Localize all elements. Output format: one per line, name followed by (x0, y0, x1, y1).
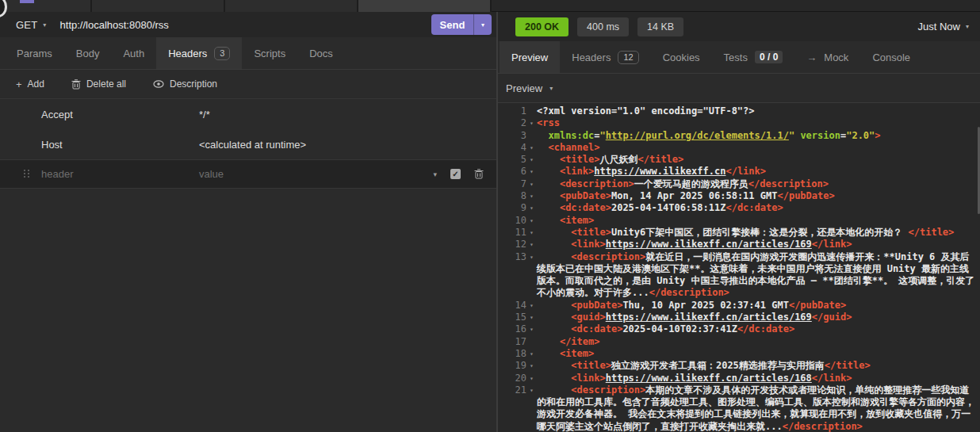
chevron-down-icon: ▾ (966, 23, 969, 30)
app-tab[interactable] (0, 0, 90, 12)
fold-arrow-icon[interactable]: ▾ (526, 154, 537, 166)
enabled-checkbox[interactable]: ✓ (450, 169, 461, 179)
chevron-down-icon: ▾ (549, 85, 553, 92)
fold-spacer (526, 105, 537, 117)
trash-icon[interactable] (474, 169, 484, 179)
tab-scripts[interactable]: Scripts (242, 37, 297, 69)
header-value-input[interactable]: value (198, 168, 433, 180)
fold-arrow-icon[interactable]: ▾ (526, 251, 537, 300)
resp-headers-count-badge: 12 (618, 51, 638, 64)
line-number: 17 (498, 336, 526, 348)
code-text: </item> (537, 336, 980, 348)
tab-mock[interactable]: → Mock (794, 41, 860, 73)
new-header-row: header value ▾ ✓ (0, 159, 496, 189)
app-tab[interactable] (225, 0, 357, 12)
fold-arrow-icon[interactable]: ▾ (526, 239, 537, 250)
code-text: <description>就在近日，一则消息在国内游戏开发圈内迅速传播开来：**… (537, 251, 980, 300)
fold-arrow-icon[interactable]: ▾ (526, 323, 537, 335)
app-tab[interactable] (92, 0, 224, 12)
description-toggle-button[interactable]: Description (153, 78, 217, 90)
response-time-badge: 400 ms (577, 17, 629, 36)
header-name-input[interactable]: header (0, 168, 198, 180)
drag-handle-icon[interactable] (24, 170, 29, 180)
line-number: 14 (498, 300, 526, 312)
tab-headers[interactable]: Headers 3 (156, 37, 242, 69)
fold-arrow-icon[interactable]: ▾ (526, 202, 537, 214)
preview-mode-selector[interactable]: Preview ▾ (506, 82, 553, 94)
fold-arrow-icon[interactable]: ▾ (526, 142, 537, 154)
code-text: <link>https://www.ilikexff.cn/articles/1… (537, 373, 980, 384)
line-number: 13 (498, 251, 526, 300)
code-line: 13▾ <description>就在近日，一则消息在国内游戏开发圈内迅速传播开… (498, 251, 980, 300)
line-number: 15 (498, 312, 526, 323)
plus-icon: + (16, 78, 22, 90)
header-value-cell[interactable]: */* (198, 109, 496, 120)
line-number: 11 (498, 227, 526, 239)
header-name-cell[interactable]: Host (0, 139, 198, 151)
status-code-badge: 200 OK (515, 17, 568, 36)
tab-docs[interactable]: Docs (297, 37, 345, 69)
code-line: 10▾ <item> (498, 215, 980, 227)
fold-arrow-icon[interactable]: ▾ (526, 348, 537, 360)
response-tabs: Preview Headers 12 Cookies Tests 0 / 0 →… (498, 41, 980, 74)
fold-arrow-icon[interactable]: ▾ (526, 360, 537, 372)
code-line: 12▾ <link>https://www.ilikexff.cn/articl… (498, 239, 980, 250)
headers-count-badge: 3 (214, 47, 230, 60)
request-tab-strip (0, 0, 980, 12)
header-name-cell[interactable]: Accept (0, 109, 198, 120)
code-text: <link>https://www.ilikexff.cn/articles/1… (537, 239, 980, 250)
arrow-right-icon: → (806, 52, 817, 63)
code-line: 16▾ <dc:date>2025-04-10T02:37:41Z</dc:da… (498, 323, 980, 335)
delete-all-button[interactable]: Delete all (71, 78, 126, 90)
code-text: <channel> (537, 142, 980, 154)
fold-arrow-icon[interactable]: ▾ (526, 215, 537, 227)
code-text: <rss (537, 117, 980, 129)
app-tab-active[interactable] (358, 0, 490, 12)
preview-toolbar: Preview ▾ (498, 74, 980, 103)
chevron-down-icon: ▾ (43, 21, 46, 29)
response-age-selector[interactable]: Just Now ▾ (918, 21, 969, 32)
line-number: 18 (498, 348, 526, 360)
code-text: xmlns:dc="http://purl.org/dc/elements/1.… (537, 130, 980, 142)
tab-cookies[interactable]: Cookies (651, 41, 712, 73)
fold-arrow-icon[interactable]: ▾ (526, 117, 537, 129)
fold-arrow-icon[interactable]: ▾ (526, 190, 537, 202)
code-text: <title>Unity6下架中国区，团结引擎接棒：这是分裂，还是本地化的开始？… (537, 227, 980, 239)
tab-preview[interactable]: Preview (500, 41, 560, 73)
line-number: 1 (498, 105, 526, 117)
send-button[interactable]: Send ▾ (431, 14, 492, 35)
line-number: 4 (498, 142, 526, 154)
send-options-button[interactable]: ▾ (473, 14, 492, 35)
send-button-label[interactable]: Send (431, 14, 473, 35)
tab-tests[interactable]: Tests 0 / 0 (712, 41, 795, 73)
line-number: 5 (498, 154, 526, 166)
chevron-down-icon[interactable]: ▾ (433, 170, 437, 178)
header-value-cell[interactable]: <calculated at runtime> (198, 139, 496, 151)
fold-arrow-icon[interactable]: ▾ (526, 373, 537, 384)
code-line: 4▾ <channel> (498, 142, 980, 154)
fold-arrow-icon[interactable]: ▾ (526, 312, 537, 323)
add-header-button[interactable]: + Add (16, 78, 44, 90)
tab-resp-headers[interactable]: Headers 12 (560, 41, 650, 73)
app-window: GET ▾ http://localhost:8080/rss Send ▾ P… (0, 0, 980, 432)
line-number: 8 (498, 190, 526, 202)
fold-arrow-icon[interactable]: ▾ (526, 166, 537, 178)
tab-console[interactable]: Console (860, 41, 922, 73)
code-text: <pubDate>Thu, 10 Apr 2025 02:37:41 GMT</… (537, 300, 980, 312)
fold-arrow-icon[interactable]: ▾ (526, 384, 537, 432)
code-text: <guid>https://www.ilikexff.cn/articles/1… (537, 312, 980, 323)
code-line: 21▾ <description>本期的文章不涉及具体的开发技术或者理论知识，单… (498, 384, 980, 432)
fold-arrow-icon[interactable]: ▾ (526, 300, 537, 312)
line-number: 10 (498, 215, 526, 227)
tab-body[interactable]: Body (64, 37, 112, 69)
headers-table: Accept */* Host <calculated at runtime> … (0, 98, 496, 189)
fold-arrow-icon[interactable]: ▾ (526, 178, 537, 190)
tab-params[interactable]: Params (5, 37, 64, 69)
response-size-badge: 14 KB (637, 17, 683, 36)
code-text: <?xml version="1.0" encoding="UTF-8"?> (537, 105, 980, 117)
code-line: 5▾ <title>八尺妖剑</title> (498, 154, 980, 166)
method-selector[interactable]: GET ▾ (16, 19, 47, 31)
code-text: <dc:date>2025-04-10T02:37:41Z</dc:date> (537, 323, 980, 335)
tab-auth[interactable]: Auth (111, 37, 156, 69)
fold-arrow-icon[interactable]: ▾ (526, 227, 537, 239)
